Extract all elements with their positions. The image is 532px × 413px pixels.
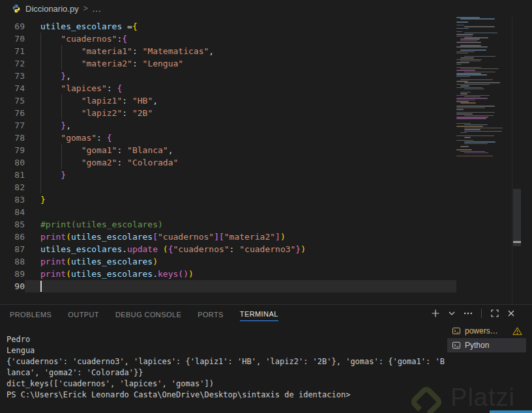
terminal-output[interactable]: PedroLengua{'cuadernos': 'cuaderno3', 'l… (7, 334, 447, 401)
code-line[interactable]: 85#print(utiles_escolares) (0, 218, 455, 231)
gutter-line-number: 70 (0, 33, 25, 45)
gutter-line-number: 71 (0, 45, 25, 57)
panel-actions (430, 308, 516, 319)
code-text: }, (40, 70, 71, 82)
code-line[interactable]: 89print(utiles_escolares.keys()) (0, 268, 455, 280)
scrollbar-thumb[interactable] (513, 189, 521, 246)
text-cursor (40, 281, 42, 292)
code-line[interactable]: 81 } (0, 169, 455, 181)
code-line[interactable]: 74 "lapices": { (0, 82, 455, 94)
divider (481, 309, 482, 318)
gutter-line-number: 87 (0, 243, 25, 255)
terminal-icon (452, 326, 461, 335)
code-text: }, (40, 119, 71, 132)
code-text: "lapiz1": "HB", (40, 94, 158, 107)
terminal-session-list: powers…Python (447, 324, 526, 352)
tab-debug-console[interactable]: DEBUG CONSOLE (115, 307, 181, 321)
terminal-line: dict_keys(['cuadernos', 'lapices', 'goma… (7, 378, 447, 390)
gutter-line-number: 88 (0, 255, 25, 268)
gutter-line-number: 73 (0, 70, 25, 82)
gutter-line-number: 81 (0, 169, 25, 181)
overview-cursor-marker (513, 241, 521, 243)
tab-output[interactable]: OUTPUT (68, 307, 99, 321)
terminal-line: {'cuadernos': 'cuaderno3', 'lapices': {'… (7, 356, 447, 367)
gutter-line-number: 74 (0, 82, 25, 94)
code-line[interactable]: 79 "goma1": "Blanca", (0, 144, 455, 156)
terminal-session-label: Python (465, 341, 526, 350)
code-text: } (40, 193, 46, 206)
gutter-line-number: 76 (0, 107, 25, 119)
breadcrumb-file-name[interactable]: Diccionario.py (25, 4, 79, 14)
code-line[interactable]: 75 "lapiz1": "HB", (0, 94, 455, 107)
code-text: "gomas": { (40, 132, 112, 144)
code-text: #print(utiles_escolares) (40, 218, 163, 231)
gutter-line-number: 78 (0, 132, 25, 144)
gutter-line-number: 80 (0, 156, 25, 169)
gutter-line-number: 69 (0, 20, 25, 33)
code-area[interactable]: 69utiles_escolares ={70 "cuadernos":{71 … (0, 20, 455, 292)
code-editor[interactable]: 69utiles_escolares ={70 "cuadernos":{71 … (0, 17, 532, 304)
code-text: print(utiles_escolares.keys()) (40, 268, 194, 280)
gutter-line-number: 83 (0, 193, 25, 206)
gutter-line-number: 72 (0, 57, 25, 70)
code-line[interactable]: 80 "goma2": "Colorada" (0, 156, 455, 169)
code-text: "materia1": "Matematicas", (40, 45, 214, 57)
breadcrumb-symbol-path[interactable]: ... (93, 4, 102, 14)
code-text: print(utiles_escolares["cuadernos"]["mat… (40, 231, 286, 243)
code-line[interactable]: 69utiles_escolares ={ (0, 20, 455, 33)
code-line[interactable]: 73 }, (0, 70, 455, 82)
watermark-progress-bar (490, 410, 532, 413)
close-panel-button[interactable] (506, 308, 516, 319)
tab-terminal[interactable]: TERMINAL (240, 307, 278, 321)
maximize-panel-button[interactable] (490, 308, 500, 319)
tab-ports[interactable]: PORTS (198, 307, 224, 321)
gutter-line-number: 82 (0, 181, 25, 193)
gutter-line-number: 75 (0, 94, 25, 107)
code-text: "materia2": "Lengua" (40, 57, 183, 70)
breadcrumb[interactable]: Diccionario.py > ... (0, 0, 532, 17)
code-text: "lapiz2": "2B" (40, 107, 153, 119)
code-text: "goma2": "Colorada" (40, 156, 178, 169)
gutter-line-number: 85 (0, 218, 25, 231)
code-line[interactable]: 78 "gomas": { (0, 132, 455, 144)
terminal-icon (452, 341, 461, 350)
code-line[interactable]: 72 "materia2": "Lengua" (0, 57, 455, 70)
code-line[interactable]: 82 (0, 181, 455, 193)
code-text: print(utiles_escolares) (40, 255, 158, 268)
launch-profile-dropdown[interactable] (447, 308, 457, 319)
warning-icon (512, 326, 522, 336)
code-text: utiles_escolares ={ (40, 20, 138, 33)
gutter-line-number: 89 (0, 268, 25, 280)
code-line[interactable]: 87utiles_escolares.update ({"cuadernos":… (0, 243, 455, 255)
new-terminal-button[interactable] (430, 308, 441, 319)
gutter-line-number: 77 (0, 119, 25, 132)
bottom-panel: PROBLEMSOUTPUTDEBUG CONSOLEPORTSTERMINAL… (0, 304, 532, 413)
code-line[interactable]: 76 "lapiz2": "2B" (0, 107, 455, 119)
breadcrumb-chevron-icon: > (83, 4, 88, 13)
terminal-line: lanca', 'goma2': 'Colorada'}} (7, 367, 447, 378)
terminal-line: Pedro (7, 334, 447, 345)
minimap[interactable] (455, 17, 512, 304)
code-text: utiles_escolares.update ({"cuadernos": "… (40, 243, 306, 255)
gutter-line-number: 79 (0, 144, 25, 156)
tab-problems[interactable]: PROBLEMS (10, 307, 52, 321)
terminal-line: PS C:\Users\Erick Leonardo Casta\OneDriv… (7, 390, 447, 401)
more-actions-button[interactable] (463, 308, 473, 319)
code-line[interactable]: 90 (0, 280, 455, 292)
code-line[interactable]: 84 (0, 206, 455, 218)
code-line[interactable]: 77 }, (0, 119, 455, 132)
terminal-session-python[interactable]: Python (447, 338, 526, 352)
code-text: "goma1": "Blanca", (40, 144, 173, 156)
code-line[interactable]: 70 "cuadernos":{ (0, 33, 455, 45)
editor-scrollbar[interactable] (512, 17, 522, 304)
code-line[interactable]: 88print(utiles_escolares) (0, 255, 455, 268)
code-line[interactable]: 71 "materia1": "Matematicas", (0, 45, 455, 57)
code-text: "lapices": { (40, 82, 122, 94)
code-text: "cuadernos":{ (40, 33, 127, 45)
code-line[interactable]: 86print(utiles_escolares["cuadernos"]["m… (0, 231, 455, 243)
terminal-line: Lengua (7, 345, 447, 356)
terminal-session-powershell[interactable]: powers… (447, 324, 526, 338)
code-text: } (40, 169, 66, 181)
python-file-icon (12, 4, 21, 13)
code-line[interactable]: 83} (0, 193, 455, 206)
